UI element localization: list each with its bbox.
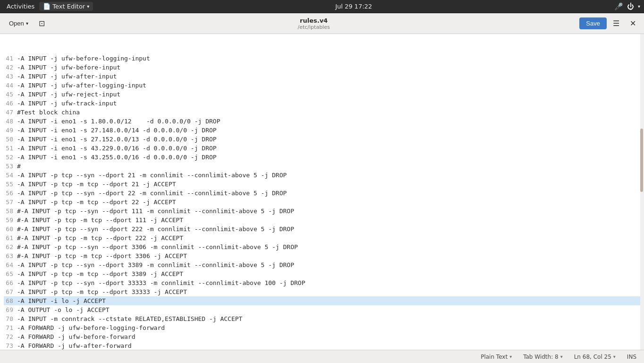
line-content: -A INPUT -p tcp --syn --dport 22 -m conn… bbox=[17, 189, 640, 198]
power-dropdown-icon[interactable]: ▾ bbox=[638, 4, 640, 9]
line-number: 61 bbox=[4, 233, 17, 242]
plain-text-status[interactable]: Plain Text ▾ bbox=[479, 353, 514, 361]
table-row: 46-A INPUT -j ufw-track-input bbox=[4, 99, 640, 108]
cursor-chevron: ▾ bbox=[613, 354, 616, 359]
line-number: 47 bbox=[4, 108, 17, 117]
table-row: 64-A INPUT -p tcp --syn --dport 3389 -m … bbox=[4, 260, 640, 269]
line-number: 60 bbox=[4, 225, 17, 233]
line-number: 48 bbox=[4, 117, 17, 126]
line-content: -A INPUT -j ufw-before-logging-input bbox=[17, 54, 640, 63]
app-dropdown-icon: ▾ bbox=[87, 4, 89, 9]
scroll-thumb[interactable] bbox=[640, 129, 643, 192]
line-number: 53 bbox=[4, 162, 17, 171]
menu-button[interactable]: ☰ bbox=[609, 17, 624, 30]
line-number: 63 bbox=[4, 251, 17, 260]
plain-text-label: Plain Text bbox=[481, 354, 508, 360]
line-number: 50 bbox=[4, 135, 17, 144]
topbar-right: 🎤 ⏻ ▾ bbox=[614, 2, 640, 11]
tab-width-status[interactable]: Tab Width: 8 ▾ bbox=[521, 353, 565, 361]
line-number: 45 bbox=[4, 90, 17, 99]
table-row: 66-A INPUT -p tcp --syn --dport 33333 -m… bbox=[4, 278, 640, 287]
line-number: 58 bbox=[4, 207, 17, 216]
line-content: -A INPUT -p tcp --syn --dport 3389 -m co… bbox=[17, 260, 640, 269]
open-button[interactable]: Open ▾ bbox=[4, 17, 34, 29]
microphone-icon[interactable]: 🎤 bbox=[614, 2, 623, 11]
table-row: 62#-A INPUT -p tcp --syn --dport 3306 -m… bbox=[4, 242, 640, 251]
ins-label: INS bbox=[627, 354, 636, 360]
file-close-button[interactable]: ⊡ bbox=[35, 17, 48, 30]
line-number: 59 bbox=[4, 216, 17, 225]
line-number: 43 bbox=[4, 72, 17, 81]
app-menu-button[interactable]: 📄 Text Editor ▾ bbox=[39, 2, 93, 11]
ins-status[interactable]: INS bbox=[625, 353, 638, 361]
toolbar: Open ▾ ⊡ rules.v4 /etc/iptables Save ☰ ✕ bbox=[0, 13, 644, 34]
line-number: 64 bbox=[4, 260, 17, 269]
table-row: 48-A INPUT -i eno1 -s 1.80.0.0/12 -d 0.0… bbox=[4, 117, 640, 126]
line-content: -A INPUT -j ufw-track-input bbox=[17, 99, 640, 108]
line-content: -A INPUT -i lo -j ACCEPT bbox=[17, 296, 640, 305]
topbar-datetime: Jul 29 17:22 bbox=[335, 3, 372, 10]
activities-button[interactable]: Activities bbox=[4, 2, 37, 11]
table-row: 68-A INPUT -i lo -j ACCEPT bbox=[4, 296, 640, 305]
save-button[interactable]: Save bbox=[579, 17, 607, 29]
table-row: 47#Test block china bbox=[4, 108, 640, 117]
line-content: -A INPUT -j ufw-before-input bbox=[17, 63, 640, 72]
table-row: 54-A INPUT -p tcp --syn --dport 21 -m co… bbox=[4, 171, 640, 180]
line-content: -A INPUT -p tcp -m tcp --dport 3389 -j A… bbox=[17, 269, 640, 278]
close-button[interactable]: ✕ bbox=[626, 17, 640, 30]
table-row: 70-A INPUT -m conntrack --ctstate RELATE… bbox=[4, 314, 640, 323]
table-row: 55-A INPUT -p tcp -m tcp --dport 21 -j A… bbox=[4, 180, 640, 189]
line-number: 41 bbox=[4, 54, 17, 63]
table-row: 58#-A INPUT -p tcp --syn --dport 111 -m … bbox=[4, 207, 640, 216]
table-row: 42-A INPUT -j ufw-before-input bbox=[4, 63, 640, 72]
tab-width-chevron: ▾ bbox=[560, 354, 563, 359]
line-number: 73 bbox=[4, 341, 17, 350]
table-row: 67-A INPUT -p tcp -m tcp --dport 33333 -… bbox=[4, 287, 640, 296]
line-number: 62 bbox=[4, 242, 17, 251]
table-row: 45-A INPUT -j ufw-reject-input bbox=[4, 90, 640, 99]
line-content: -A INPUT -p tcp --syn --dport 33333 -m c… bbox=[17, 278, 640, 287]
line-content: -A INPUT -i eno1 -s 27.152.0.0/13 -d 0.0… bbox=[17, 135, 640, 144]
toolbar-right: Save ☰ ✕ bbox=[579, 17, 640, 30]
line-content: #Test block china bbox=[17, 108, 640, 117]
table-row: 43-A INPUT -j ufw-after-input bbox=[4, 72, 640, 81]
table-row: 51-A INPUT -i eno1 -s 43.229.0.0/16 -d 0… bbox=[4, 144, 640, 153]
file-path: /etc/iptables bbox=[298, 24, 330, 30]
text-editor-icon: 📄 bbox=[43, 3, 51, 10]
line-content: #-A INPUT -p tcp -m tcp --dport 3306 -j … bbox=[17, 251, 640, 260]
table-row: 73-A FORWARD -j ufw-after-forward bbox=[4, 341, 640, 350]
cursor-position-status[interactable]: Ln 68, Col 25 ▾ bbox=[572, 353, 618, 361]
table-row: 59#-A INPUT -p tcp -m tcp --dport 111 -j… bbox=[4, 216, 640, 225]
line-number: 54 bbox=[4, 171, 17, 180]
table-row: 41-A INPUT -j ufw-before-logging-input bbox=[4, 54, 640, 63]
open-dropdown-icon: ▾ bbox=[26, 21, 28, 26]
statusbar: Plain Text ▾ Tab Width: 8 ▾ Ln 68, Col 2… bbox=[0, 350, 644, 363]
line-number: 66 bbox=[4, 278, 17, 287]
line-content: -A INPUT -p tcp -m tcp --dport 21 -j ACC… bbox=[17, 180, 640, 189]
editor-container[interactable]: 41-A INPUT -j ufw-before-logging-input42… bbox=[0, 34, 644, 350]
file-title: rules.v4 bbox=[300, 17, 328, 24]
file-close-icon: ⊡ bbox=[39, 19, 45, 27]
app-name-label: Text Editor bbox=[52, 3, 85, 10]
table-row: 72-A FORWARD -j ufw-before-forward bbox=[4, 332, 640, 341]
line-content: -A INPUT -i eno1 -s 27.148.0.0/14 -d 0.0… bbox=[17, 126, 640, 135]
line-number: 70 bbox=[4, 314, 17, 323]
line-content: -A INPUT -p tcp -m tcp --dport 33333 -j … bbox=[17, 287, 640, 296]
line-number: 49 bbox=[4, 126, 17, 135]
line-content: -A INPUT -j ufw-reject-input bbox=[17, 90, 640, 99]
file-info: rules.v4 /etc/iptables bbox=[50, 17, 578, 30]
line-content: -A INPUT -i eno1 -s 43.229.0.0/16 -d 0.0… bbox=[17, 144, 640, 153]
line-number: 55 bbox=[4, 180, 17, 189]
line-number: 65 bbox=[4, 269, 17, 278]
line-content: -A OUTPUT -o lo -j ACCEPT bbox=[17, 305, 640, 314]
table-row: 53# bbox=[4, 162, 640, 171]
line-content: #-A INPUT -p tcp --syn --dport 222 -m co… bbox=[17, 225, 640, 233]
scrollbar[interactable] bbox=[640, 34, 644, 350]
topbar-left: Activities 📄 Text Editor ▾ bbox=[4, 2, 93, 11]
table-row: 56-A INPUT -p tcp --syn --dport 22 -m co… bbox=[4, 189, 640, 198]
cursor-position-label: Ln 68, Col 25 bbox=[574, 354, 611, 360]
power-icon[interactable]: ⏻ bbox=[627, 2, 634, 11]
line-number: 51 bbox=[4, 144, 17, 153]
table-row: 71-A FORWARD -j ufw-before-logging-forwa… bbox=[4, 323, 640, 332]
line-number: 72 bbox=[4, 332, 17, 341]
